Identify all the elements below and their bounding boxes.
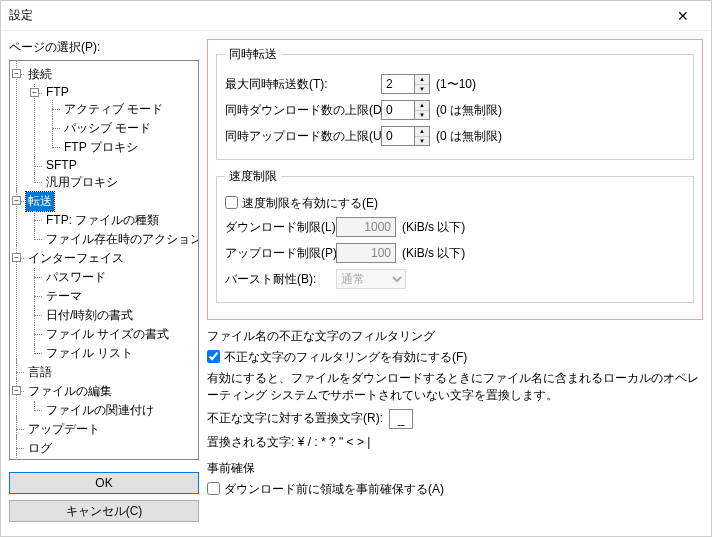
collapse-icon[interactable]: − <box>12 253 21 262</box>
tree-sftp[interactable]: SFTP <box>44 157 79 173</box>
speed-enable-checkbox[interactable] <box>225 196 238 209</box>
tree-ftp[interactable]: FTP <box>44 84 71 100</box>
spin-down-icon[interactable]: ▼ <box>415 137 429 146</box>
filter-enable-checkbox[interactable] <box>207 350 220 363</box>
download-limit-input[interactable] <box>336 217 396 237</box>
max-downloads-input[interactable] <box>381 100 415 120</box>
collapse-icon[interactable]: − <box>12 69 21 78</box>
tree-transfer[interactable]: 転送 <box>26 192 54 211</box>
window-title: 設定 <box>9 7 663 24</box>
replaced-chars: 置換される文字: ¥ / : * ? " < > | <box>207 434 703 451</box>
collapse-icon[interactable]: − <box>12 386 21 395</box>
max-uploads-label: 同時アップロード数の上限(U): <box>225 128 375 145</box>
max-uploads-hint: (0 は無制限) <box>436 128 502 145</box>
speed-fieldset: 速度制限 速度制限を有効にする(E) ダウンロード制限(L): (KiB/s 以… <box>216 168 694 303</box>
download-unit: (KiB/s 以下) <box>402 219 465 236</box>
speed-legend: 速度制限 <box>225 168 281 185</box>
tree-passive-mode[interactable]: パッシブ モード <box>62 119 153 138</box>
tree-filesize-format[interactable]: ファイル サイズの書式 <box>44 325 171 344</box>
close-button[interactable]: ✕ <box>663 2 703 30</box>
tree-file-exists[interactable]: ファイル存在時のアクション <box>44 230 199 249</box>
spin-up-icon[interactable]: ▲ <box>415 75 429 85</box>
tree-ftp-file-types[interactable]: FTP: ファイルの種類 <box>44 211 161 230</box>
max-downloads-hint: (0 は無制限) <box>436 102 502 119</box>
prealloc-enable-checkbox[interactable] <box>207 482 220 495</box>
page-select-label: ページの選択(P): <box>9 39 199 56</box>
filter-legend: ファイル名の不正な文字のフィルタリング <box>207 328 703 345</box>
spin-up-icon[interactable]: ▲ <box>415 101 429 111</box>
tree-date-format[interactable]: 日付/時刻の書式 <box>44 306 135 325</box>
concurrent-legend: 同時転送 <box>225 46 281 63</box>
collapse-icon[interactable]: − <box>30 88 39 97</box>
ok-button[interactable]: OK <box>9 472 199 494</box>
tree-log[interactable]: ログ <box>26 439 54 458</box>
tree-file-assoc[interactable]: ファイルの関連付け <box>44 401 156 420</box>
prealloc-enable-label: ダウンロード前に領域を事前確保する(A) <box>224 481 444 498</box>
tree-connection[interactable]: 接続 <box>26 65 54 84</box>
upload-limit-label: アップロード制限(P): <box>225 245 330 262</box>
tree-generic-proxy[interactable]: 汎用プロキシ <box>44 173 120 192</box>
tree-password[interactable]: パスワード <box>44 268 108 287</box>
filter-enable-label: 不正な文字のフィルタリングを有効にする(F) <box>224 349 467 366</box>
tree-debug[interactable]: デバッグ <box>26 458 78 460</box>
tree-language[interactable]: 言語 <box>26 363 54 382</box>
tree-theme[interactable]: テーマ <box>44 287 84 306</box>
replace-char-input[interactable] <box>389 409 413 429</box>
collapse-icon[interactable]: − <box>12 196 21 205</box>
tree-file-list[interactable]: ファイル リスト <box>44 344 135 363</box>
concurrent-fieldset: 同時転送 最大同時転送数(T): ▲▼ (1〜10) 同時ダウンロード数の上限(… <box>216 46 694 160</box>
spin-down-icon[interactable]: ▼ <box>415 111 429 120</box>
max-transfers-hint: (1〜10) <box>436 76 476 93</box>
download-limit-label: ダウンロード制限(L): <box>225 219 330 236</box>
tree-ftp-proxy[interactable]: FTP プロキシ <box>62 138 140 157</box>
max-downloads-label: 同時ダウンロード数の上限(D): <box>225 102 375 119</box>
upload-unit: (KiB/s 以下) <box>402 245 465 262</box>
max-transfers-input[interactable] <box>381 74 415 94</box>
tree-interface[interactable]: インターフェイス <box>26 249 126 268</box>
burst-select[interactable]: 通常 <box>336 269 406 289</box>
prealloc-legend: 事前確保 <box>207 460 703 477</box>
cancel-button[interactable]: キャンセル(C) <box>9 500 199 522</box>
tree-file-editing[interactable]: ファイルの編集 <box>26 382 114 401</box>
spin-up-icon[interactable]: ▲ <box>415 127 429 137</box>
tree-active-mode[interactable]: アクティブ モード <box>62 100 165 119</box>
max-transfers-label: 最大同時転送数(T): <box>225 76 375 93</box>
speed-enable-label: 速度制限を有効にする(E) <box>242 195 378 212</box>
max-uploads-input[interactable] <box>381 126 415 146</box>
spin-down-icon[interactable]: ▼ <box>415 85 429 94</box>
settings-tree[interactable]: − 接続 − FTP アクティブ モード パッシブ モード FTP プロキシ <box>9 60 199 460</box>
burst-label: バースト耐性(B): <box>225 271 330 288</box>
upload-limit-input[interactable] <box>336 243 396 263</box>
tree-update[interactable]: アップデート <box>26 420 102 439</box>
replace-char-label: 不正な文字に対する置換文字(R): <box>207 410 383 427</box>
filter-note: 有効にすると、ファイルをダウンロードするときにファイル名に含まれるローカルのオペ… <box>207 370 703 404</box>
